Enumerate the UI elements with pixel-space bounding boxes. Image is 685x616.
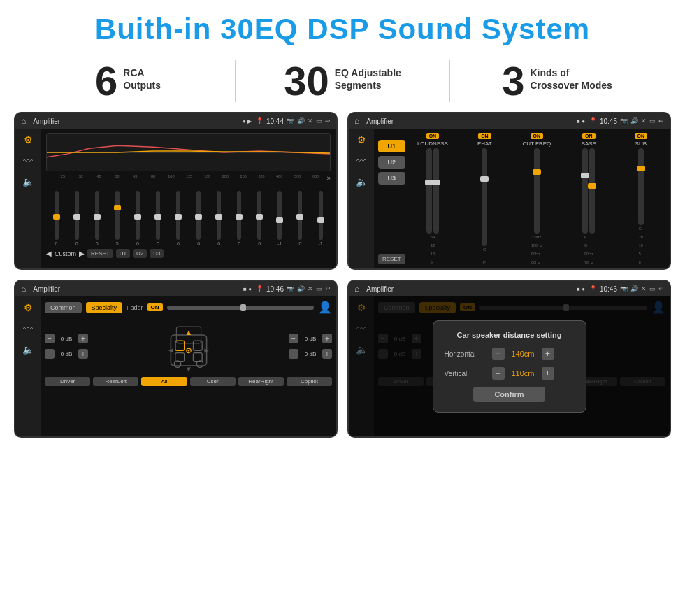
stat-crossover-number: 3: [502, 61, 524, 101]
db-plus-br[interactable]: +: [322, 349, 332, 359]
db-control-tr: − 0 dB +: [289, 334, 332, 343]
dialog-vertical-minus[interactable]: −: [492, 367, 505, 380]
back-icon-4[interactable]: ↩: [658, 285, 664, 292]
home-icon[interactable]: ⌂: [21, 116, 26, 126]
fader-tab-specialty[interactable]: Specialty: [86, 302, 123, 313]
window-icon-3[interactable]: ▭: [316, 285, 322, 292]
close-icon[interactable]: ✕: [308, 117, 313, 124]
eq-icon-3[interactable]: ⚙: [24, 302, 33, 313]
close-icon-2[interactable]: ✕: [641, 117, 647, 124]
btn-driver[interactable]: Driver: [45, 377, 90, 386]
back-icon-2[interactable]: ↩: [658, 117, 664, 124]
window-icon-2[interactable]: ▭: [649, 117, 656, 124]
eq-slider-0: 0: [48, 191, 65, 246]
svg-point-12: [187, 350, 189, 351]
db-minus-tr[interactable]: −: [289, 334, 298, 343]
db-plus-bl[interactable]: +: [78, 349, 88, 359]
speaker-icon-3[interactable]: 🔈: [22, 344, 34, 355]
speaker-icon-2[interactable]: 🔈: [356, 176, 368, 187]
home-icon-4[interactable]: ⌂: [354, 284, 359, 294]
crossover-sidebar: ⚙ 〰 🔈: [349, 129, 374, 268]
camera-icon-2: 📷: [620, 117, 628, 124]
eq-slider-7: 0: [190, 191, 208, 246]
camera-icon-3: 📷: [287, 285, 294, 292]
right-db-controls: − 0 dB + − 0 dB +: [289, 318, 332, 374]
crossover-topbar-icons: 📍 10:45 📷 🔊 ✕ ▭ ↩: [589, 117, 664, 125]
db-minus-tl[interactable]: −: [45, 334, 55, 343]
eq-prev[interactable]: ◀: [46, 250, 52, 257]
eq-screen: ⌂ Amplifier ● ▶ 📍 10:44 📷 🔊 ✕ ▭ ↩ ⚙ 〰 🔈: [14, 112, 338, 270]
db-plus-tr[interactable]: +: [322, 334, 332, 343]
eq-u2-btn[interactable]: U2: [133, 249, 147, 258]
btn-rearleft[interactable]: RearLeft: [93, 377, 138, 386]
eq-icon-2[interactable]: ⚙: [357, 134, 366, 145]
preset-u2[interactable]: U2: [378, 156, 405, 169]
cutfreq-col: ON CUT FREQ 3.0Hz100Hz80Hz60Hz: [512, 133, 561, 264]
dialog-vertical-plus[interactable]: +: [542, 367, 554, 380]
fader-slider[interactable]: [167, 306, 314, 310]
loudness-on[interactable]: ON: [426, 133, 440, 139]
svg-marker-14: [186, 367, 190, 371]
db-minus-bl[interactable]: −: [45, 349, 55, 359]
dialog-horizontal-plus[interactable]: +: [542, 348, 554, 360]
dialog-horizontal-stepper: − 140cm +: [492, 348, 554, 360]
btn-user[interactable]: User: [190, 377, 236, 386]
back-icon[interactable]: ↩: [325, 117, 331, 124]
svg-marker-13: [186, 331, 190, 335]
crossover-reset-btn[interactable]: RESET: [378, 254, 405, 264]
eq-slider-12: 0: [291, 191, 309, 246]
eq-slider-8: 0: [210, 191, 228, 246]
eq-graph: [46, 133, 331, 171]
db-value-tl: 0 dB: [57, 336, 76, 342]
wave-icon-2[interactable]: 〰: [356, 155, 366, 166]
stat-rca-number: 6: [95, 61, 117, 101]
db-minus-br[interactable]: −: [289, 349, 298, 359]
close-icon-4[interactable]: ✕: [641, 285, 647, 292]
close-icon-3[interactable]: ✕: [308, 285, 313, 292]
fader-tab-common[interactable]: Common: [45, 302, 82, 313]
db-plus-tl[interactable]: +: [78, 334, 88, 343]
preset-u3[interactable]: U3: [378, 172, 405, 185]
eq-slider-4: 0: [129, 191, 146, 246]
home-icon-2[interactable]: ⌂: [354, 116, 359, 126]
eq-main: 25 32 40 50 63 80 100 125 160 200 250 32…: [41, 129, 336, 268]
home-icon-3[interactable]: ⌂: [21, 284, 26, 294]
back-icon-3[interactable]: ↩: [325, 285, 331, 292]
bass-on[interactable]: ON: [582, 133, 596, 139]
btn-rearright[interactable]: RearRight: [238, 377, 284, 386]
sub-on[interactable]: ON: [635, 133, 648, 139]
eq-reset-btn[interactable]: RESET: [87, 249, 113, 258]
location-icon-2: 📍: [589, 117, 597, 124]
eq-next[interactable]: ▶: [79, 250, 85, 257]
cutfreq-on[interactable]: ON: [531, 133, 544, 139]
car-diagram: [92, 318, 284, 374]
eq-icon[interactable]: ⚙: [24, 134, 33, 145]
window-icon[interactable]: ▭: [316, 117, 322, 124]
eq-u1-btn[interactable]: U1: [116, 249, 130, 258]
page-header: Buith-in 30EQ DSP Sound System: [0, 0, 685, 53]
db-value-bl: 0 dB: [57, 351, 76, 357]
bass-col: ON BASS FG90Hz70Hz: [564, 133, 613, 264]
phat-on[interactable]: ON: [478, 133, 491, 139]
eq-u3-btn[interactable]: U3: [150, 249, 164, 258]
dialog-confirm-btn[interactable]: Confirm: [473, 387, 545, 402]
distance-dialog: Car speaker distance setting Horizontal …: [433, 320, 586, 413]
btn-all[interactable]: All: [141, 377, 187, 386]
camera-icon: 📷: [287, 117, 294, 124]
speaker-icon[interactable]: 🔈: [22, 176, 34, 187]
crossover-topbar-title: Amplifier: [366, 117, 572, 125]
fader-topbar-icons: 📍 10:46 📷 🔊 ✕ ▭ ↩: [256, 285, 331, 293]
window-icon-4[interactable]: ▭: [649, 285, 656, 292]
fader-person-icon[interactable]: 👤: [318, 301, 332, 314]
volume-icon-3: 🔊: [297, 285, 305, 292]
distance-screen: ⌂ Amplifier ■ ● 📍 10:46 📷 🔊 ✕ ▭ ↩ ⚙ 〰 🔈: [347, 280, 671, 438]
wave-icon[interactable]: 〰: [23, 155, 33, 166]
fader-on-btn[interactable]: ON: [147, 303, 163, 311]
btn-copilot[interactable]: Copilot: [287, 377, 332, 386]
speaker-layout: − 0 dB + − 0 dB +: [45, 318, 332, 374]
wave-icon-3[interactable]: 〰: [23, 323, 33, 334]
eq-slider-9: 0: [231, 191, 248, 246]
dialog-horizontal-minus[interactable]: −: [492, 348, 505, 360]
preset-u1[interactable]: U1: [378, 140, 405, 152]
eq-expand-icon[interactable]: »: [326, 174, 331, 182]
